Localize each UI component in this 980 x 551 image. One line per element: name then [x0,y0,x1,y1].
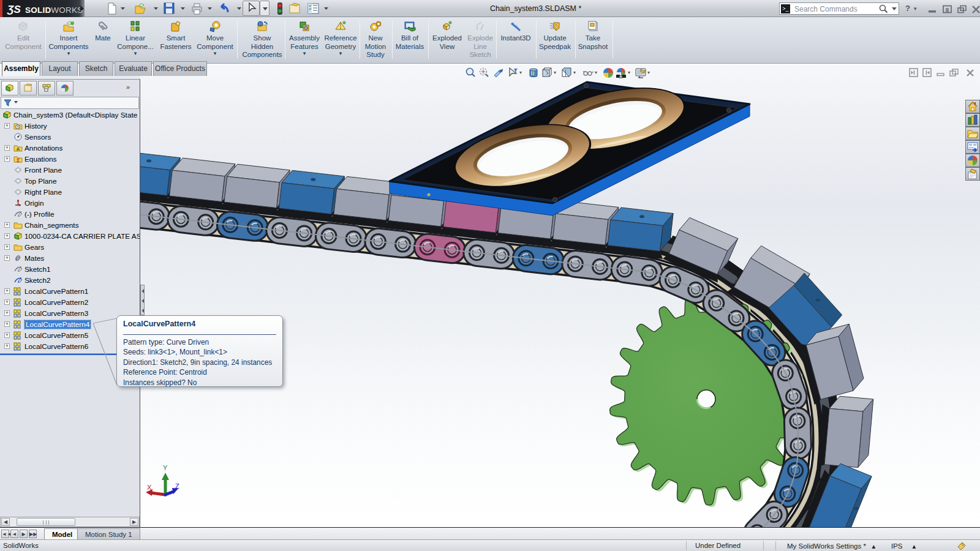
svg-text:Z: Z [175,482,179,490]
svg-text:X: X [147,484,152,491]
svg-text:Σ: Σ [17,157,20,163]
svg-text:Y: Y [163,464,168,471]
svg-text:A: A [17,146,20,152]
